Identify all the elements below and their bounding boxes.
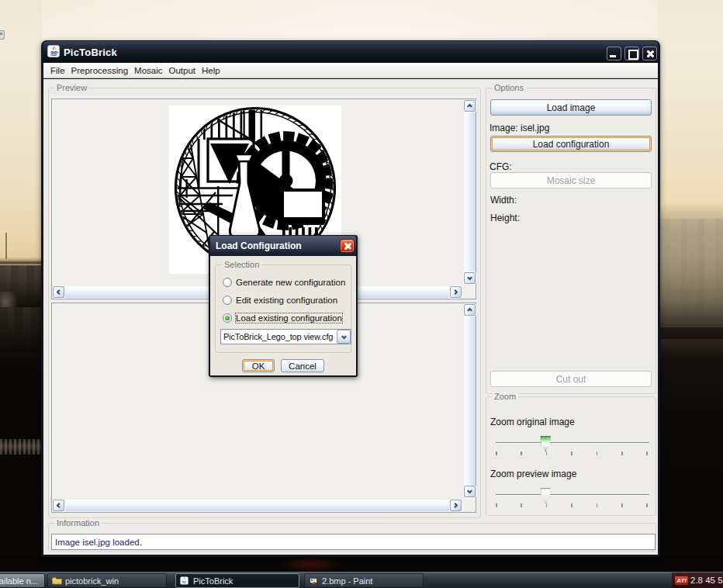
zoom-panel-title: Zoom bbox=[492, 392, 518, 401]
taskbar-button-pictobrick-win[interactable]: pictobrick_win bbox=[48, 574, 166, 587]
slider-tick bbox=[546, 451, 548, 455]
slider-tick bbox=[521, 451, 522, 455]
slider-tick bbox=[546, 503, 548, 507]
zoom-panel: Zoom Zoom original image Zoom preview im… bbox=[486, 396, 656, 516]
wallpaper-right-dark bbox=[658, 327, 723, 588]
dialog-close-button[interactable] bbox=[340, 239, 355, 253]
wallpaper-left-dark bbox=[0, 351, 42, 588]
dialog-title-bar[interactable]: Load Configuration bbox=[210, 236, 356, 256]
slider-tick bbox=[621, 503, 623, 507]
taskbar-button-partial[interactable]: ailable n... bbox=[0, 574, 44, 587]
java-icon bbox=[180, 576, 190, 586]
wallpaper-bridge-tower bbox=[5, 233, 7, 259]
close-button[interactable] bbox=[642, 47, 657, 61]
cut-out-button[interactable]: Cut out bbox=[490, 371, 652, 387]
slider-tick bbox=[597, 451, 598, 455]
information-panel: Information Image isel.jpg loaded. bbox=[48, 523, 656, 552]
slider-tick bbox=[621, 451, 623, 455]
menu-file[interactable]: File bbox=[47, 63, 68, 78]
cfg-label: CFG: bbox=[489, 161, 512, 172]
preview-panel-title: Preview bbox=[54, 83, 89, 92]
information-field[interactable]: Image isel.jpg loaded. bbox=[51, 534, 656, 550]
radio-circle[interactable] bbox=[223, 296, 232, 305]
ati-tray-icon[interactable]: ATI bbox=[675, 576, 688, 585]
wallpaper-left-buildings-low bbox=[0, 307, 42, 352]
vertical-scrollbar-track[interactable] bbox=[464, 112, 476, 272]
menu-output[interactable]: Output bbox=[165, 63, 199, 78]
image-name-label: Image: isel.jpg bbox=[489, 123, 549, 133]
dialog-body: Selection Generate new configuration Edi… bbox=[210, 256, 356, 375]
scroll-right-button2[interactable] bbox=[450, 500, 462, 511]
taskbar: ailable n... pictobrick_win PicToBrick 2… bbox=[0, 572, 723, 588]
wallpaper-left-strip bbox=[0, 0, 42, 588]
menu-preprocessing[interactable]: Preprocessing bbox=[68, 63, 132, 78]
scroll-down-button2[interactable] bbox=[464, 486, 476, 497]
zoom-original-slider[interactable] bbox=[496, 434, 649, 458]
title-bar[interactable]: PicToBrick bbox=[43, 41, 659, 63]
scroll-left-button[interactable] bbox=[53, 286, 64, 298]
taskbar-button-paint[interactable]: 2.bmp - Paint bbox=[305, 574, 423, 587]
maximize-button[interactable] bbox=[624, 47, 639, 61]
slider-tick bbox=[646, 451, 648, 455]
slider-tick bbox=[571, 451, 573, 455]
slider-tick bbox=[597, 503, 598, 507]
load-image-button[interactable]: Load image bbox=[490, 99, 652, 116]
menu-help[interactable]: Help bbox=[199, 63, 223, 78]
dialog-title: Load Configuration bbox=[216, 240, 302, 251]
radio-edit-existing[interactable]: Edit existing configuration bbox=[223, 296, 337, 305]
window-title: PicToBrick bbox=[64, 47, 117, 58]
scroll-down-button[interactable] bbox=[464, 272, 476, 284]
cancel-button[interactable]: Cancel bbox=[281, 359, 324, 372]
scroll-up-button[interactable] bbox=[464, 100, 476, 112]
radio-load-existing[interactable]: Load existing configuration bbox=[223, 313, 342, 323]
radio-generate-new[interactable]: Generate new configuration bbox=[223, 278, 345, 287]
tray-stats-text: 2.8 45 5 bbox=[690, 576, 723, 585]
wallpaper-water-glint bbox=[0, 439, 42, 455]
load-configuration-dialog: Load Configuration Selection Generate ne… bbox=[209, 235, 358, 377]
wallpaper-red-glow bbox=[279, 555, 341, 572]
menu-mosaic[interactable]: Mosaic bbox=[131, 63, 165, 78]
scroll-up-button2[interactable] bbox=[464, 304, 476, 316]
width-label: Width: bbox=[490, 195, 517, 206]
horizontal-scrollbar-track2[interactable] bbox=[65, 500, 449, 511]
taskbar-button-pictobrick[interactable]: PicToBrick bbox=[176, 574, 299, 587]
scroll-left-button2[interactable] bbox=[53, 500, 64, 511]
slider-tick bbox=[496, 451, 497, 455]
zoom-preview-slider[interactable] bbox=[496, 486, 649, 510]
wallpaper-right-buildings bbox=[658, 203, 723, 339]
desktop-icon-partial[interactable] bbox=[0, 30, 5, 40]
scroll-right-button[interactable] bbox=[450, 286, 462, 298]
zoom-preview-label: Zoom preview image bbox=[490, 469, 576, 479]
zoom-preview-slider-thumb[interactable] bbox=[540, 488, 552, 503]
information-panel-title: Information bbox=[54, 518, 102, 527]
wallpaper-right-strip bbox=[658, 0, 723, 588]
combobox-value: PicToBrick_Lego_top view.cfg bbox=[221, 332, 337, 341]
mosaic-size-button[interactable]: Mosaic size bbox=[490, 172, 652, 189]
radio-circle-selected[interactable] bbox=[223, 313, 232, 323]
system-tray: ATI 2.8 45 5 bbox=[672, 572, 723, 588]
radio-circle[interactable] bbox=[223, 278, 232, 287]
options-panel-title: Options bbox=[492, 83, 526, 92]
options-panel: Options Load image Image: isel.jpg Load … bbox=[486, 88, 656, 394]
folder-icon bbox=[52, 576, 62, 586]
slider-tick bbox=[496, 503, 497, 507]
paint-icon bbox=[309, 576, 319, 586]
load-configuration-button[interactable]: Load configuration bbox=[490, 136, 652, 152]
combobox-dropdown-button[interactable] bbox=[337, 330, 351, 344]
vertical-scrollbar-track2[interactable] bbox=[464, 316, 476, 486]
slider-tick bbox=[521, 503, 522, 507]
configuration-combobox[interactable]: PicToBrick_Lego_top view.cfg bbox=[220, 329, 351, 344]
minimize-button[interactable] bbox=[607, 47, 621, 61]
height-label: Height: bbox=[490, 213, 520, 223]
zoom-original-slider-thumb[interactable] bbox=[540, 436, 552, 451]
menu-bar: File Preprocessing Mosaic Output Help bbox=[43, 63, 658, 78]
slider-tick bbox=[646, 503, 648, 507]
zoom-original-label: Zoom original image bbox=[490, 417, 575, 427]
java-app-icon bbox=[47, 45, 60, 57]
ok-button[interactable]: OK bbox=[242, 359, 275, 372]
selection-group-title: Selection bbox=[222, 260, 261, 269]
slider-tick bbox=[571, 503, 573, 507]
